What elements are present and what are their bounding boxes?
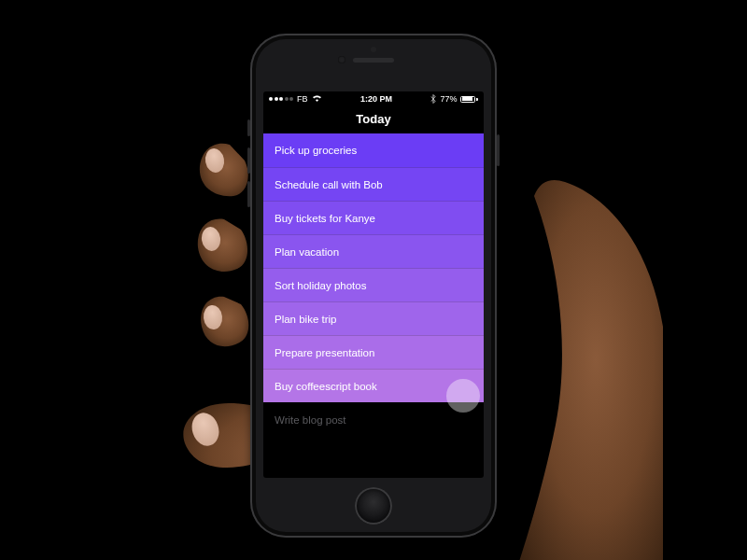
screen: FB 1:20 PM 77% Today <box>263 91 484 478</box>
svg-point-1 <box>204 147 226 174</box>
signal-dots-icon <box>269 97 293 101</box>
power-button[interactable] <box>497 134 500 166</box>
volume-up-button[interactable] <box>247 147 250 174</box>
todo-item[interactable]: Pick up groceries <box>263 133 484 167</box>
svg-point-2 <box>200 226 221 253</box>
front-camera <box>338 56 345 63</box>
todo-item[interactable]: Buy tickets for Kanye <box>263 201 484 234</box>
battery-icon <box>460 96 478 103</box>
phone-device: FB 1:20 PM 77% Today <box>250 34 497 538</box>
todo-label: Buy tickets for Kanye <box>275 213 375 224</box>
wifi-icon <box>312 94 322 104</box>
todo-item[interactable]: Plan bike trip <box>263 301 484 335</box>
todo-item[interactable]: Sort holiday photos <box>263 268 484 301</box>
stage: FB 1:20 PM 77% Today <box>0 0 747 560</box>
clock: 1:20 PM <box>360 94 392 104</box>
proximity-sensor <box>371 47 376 52</box>
touch-indicator <box>446 379 480 413</box>
volume-down-button[interactable] <box>247 181 250 207</box>
todo-label: Write blog post <box>275 414 346 426</box>
todo-item[interactable]: Plan vacation <box>263 234 484 268</box>
todo-label: Plan vacation <box>275 246 339 258</box>
todo-label: Pick up groceries <box>275 145 357 156</box>
bluetooth-icon <box>430 94 436 104</box>
todo-label: Prepare presentation <box>275 347 374 358</box>
svg-point-0 <box>188 410 223 450</box>
carrier-label: FB <box>297 94 308 104</box>
home-button[interactable] <box>355 487 392 525</box>
todo-label: Plan bike trip <box>275 314 336 325</box>
todo-label: Schedule call with Bob <box>275 179 383 190</box>
page-title: Today <box>263 106 484 133</box>
mute-switch[interactable] <box>247 119 250 136</box>
todo-label: Buy coffeescript book <box>275 381 377 392</box>
todo-item[interactable]: Schedule call with Bob <box>263 167 484 201</box>
svg-point-3 <box>203 304 224 330</box>
status-bar: FB 1:20 PM 77% <box>263 91 484 106</box>
todo-label: Sort holiday photos <box>275 280 366 291</box>
earpiece-speaker <box>353 58 394 63</box>
battery-percent: 77% <box>440 94 457 104</box>
todo-item[interactable]: Prepare presentation <box>263 335 484 369</box>
